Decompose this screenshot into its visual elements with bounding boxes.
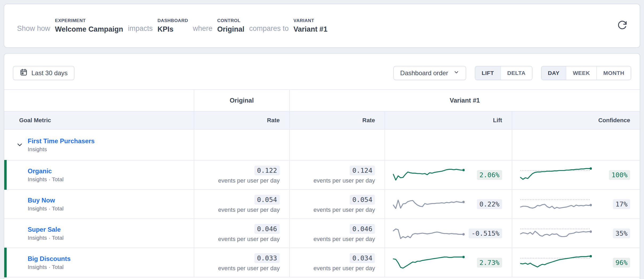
date-range-button[interactable]: Last 30 days bbox=[13, 66, 75, 80]
table-row: Super Sale Insights · Total 0.046 events… bbox=[4, 219, 640, 248]
prompt-text-compares-to: compares to bbox=[249, 24, 289, 33]
metric-subtitle: Insights · Total bbox=[28, 176, 194, 183]
confidence-value: 35% bbox=[613, 229, 630, 238]
toggle-option-lift[interactable]: LIFT bbox=[475, 66, 500, 80]
lift-sparkline bbox=[392, 195, 465, 213]
dashboard-order-dropdown[interactable]: Dashboard order bbox=[393, 66, 466, 80]
rate-unit: events per user per day bbox=[218, 236, 280, 243]
confidence-value: 100% bbox=[609, 170, 630, 180]
refresh-icon bbox=[617, 27, 627, 31]
confidence-sparkline bbox=[519, 254, 592, 271]
refresh-button[interactable] bbox=[616, 20, 628, 31]
variant-column-header: Variant #1 bbox=[289, 90, 640, 111]
kpi-dashboard-card: Last 30 days Dashboard order LIFT DELTA … bbox=[4, 53, 640, 279]
toggle-option-day[interactable]: DAY bbox=[542, 66, 566, 80]
rate-value-variant: 0.034 bbox=[350, 253, 375, 263]
rate-value-control: 0.054 bbox=[254, 195, 280, 205]
control-column-header: Original bbox=[194, 90, 289, 111]
col-header-goal-metric: Goal Metric bbox=[4, 112, 194, 129]
table-variant-header-row: Original Variant #1 bbox=[4, 90, 640, 112]
rate-unit: events per user per day bbox=[313, 265, 375, 272]
table-row-group: First Time Purchasers Insights bbox=[4, 130, 640, 160]
lift-value: -0.515% bbox=[469, 229, 502, 238]
control-value[interactable]: Original bbox=[217, 25, 244, 33]
col-header-lift: Lift bbox=[385, 112, 512, 129]
dashboard-selector[interactable]: DASHBOARD KPIs bbox=[158, 18, 188, 33]
rate-value-control: 0.033 bbox=[254, 253, 280, 263]
lift-sparkline bbox=[392, 254, 465, 271]
chevron-down-icon bbox=[16, 145, 23, 149]
confidence-sparkline bbox=[519, 166, 592, 184]
chevron-down-icon bbox=[453, 69, 459, 77]
experiment-prompt-bar: Show how EXPERIMENT Welcome Campaign imp… bbox=[4, 4, 640, 48]
toolbar: Last 30 days Dashboard order LIFT DELTA … bbox=[4, 54, 640, 89]
rate-value-control: 0.122 bbox=[254, 166, 280, 175]
metric-link[interactable]: Big Discounts bbox=[28, 255, 194, 263]
lift-value: 2.06% bbox=[477, 170, 502, 180]
lift-delta-toggle: LIFT DELTA bbox=[475, 66, 532, 80]
col-header-rate-control: Rate bbox=[194, 112, 289, 129]
rate-value-variant: 0.054 bbox=[350, 195, 375, 205]
experiment-value[interactable]: Welcome Campaign bbox=[55, 25, 123, 33]
calendar-icon bbox=[20, 68, 28, 78]
variant-selector[interactable]: VARIANT Variant #1 bbox=[294, 18, 328, 33]
granularity-toggle: DAY WEEK MONTH bbox=[541, 66, 631, 80]
table-row: Big Discounts Insights · Total 0.033 eve… bbox=[4, 248, 640, 277]
group-metric-subtitle: Insights bbox=[28, 146, 194, 153]
confidence-sparkline bbox=[519, 225, 592, 242]
variant-label: VARIANT bbox=[294, 18, 328, 23]
collapse-group-button[interactable] bbox=[16, 141, 23, 149]
metric-link[interactable]: Buy Now bbox=[28, 197, 194, 204]
variant-value[interactable]: Variant #1 bbox=[294, 25, 328, 33]
toggle-option-week[interactable]: WEEK bbox=[566, 66, 596, 80]
rate-unit: events per user per day bbox=[313, 177, 375, 184]
group-metric-link[interactable]: First Time Purchasers bbox=[28, 137, 194, 145]
confidence-value: 96% bbox=[613, 258, 630, 268]
date-range-label: Last 30 days bbox=[31, 69, 68, 77]
toggle-option-delta[interactable]: DELTA bbox=[500, 66, 532, 80]
experiment-selector[interactable]: EXPERIMENT Welcome Campaign bbox=[55, 18, 123, 33]
control-selector[interactable]: CONTROL Original bbox=[217, 18, 244, 33]
table-row: Organic Insights · Total 0.122 events pe… bbox=[4, 160, 640, 190]
metric-subtitle: Insights · Total bbox=[28, 264, 194, 270]
confidence-sparkline bbox=[519, 195, 592, 213]
toggle-option-month[interactable]: MONTH bbox=[596, 66, 631, 80]
lift-sparkline bbox=[392, 225, 465, 242]
rate-unit: events per user per day bbox=[313, 236, 375, 243]
rate-unit: events per user per day bbox=[218, 177, 280, 184]
metric-subtitle: Insights · Total bbox=[28, 235, 194, 241]
confidence-value: 17% bbox=[613, 199, 630, 209]
experiment-label: EXPERIMENT bbox=[55, 18, 123, 23]
prompt-text-where: where bbox=[193, 24, 213, 33]
rate-unit: events per user per day bbox=[313, 206, 375, 213]
dashboard-label: DASHBOARD bbox=[158, 18, 188, 23]
col-header-confidence: Confidence bbox=[512, 112, 640, 129]
prompt-text-impacts: impacts bbox=[128, 24, 153, 33]
metric-link[interactable]: Organic bbox=[28, 167, 194, 175]
dashboard-order-label: Dashboard order bbox=[400, 69, 448, 77]
dashboard-value[interactable]: KPIs bbox=[158, 25, 188, 33]
rate-value-control: 0.046 bbox=[254, 224, 280, 234]
lift-value: 2.73% bbox=[477, 258, 502, 268]
table-row: Buy Now Insights · Total 0.054 events pe… bbox=[4, 190, 640, 219]
metrics-table: Original Variant #1 Goal Metric Rate Rat… bbox=[4, 89, 640, 277]
rate-unit: events per user per day bbox=[218, 206, 280, 213]
table-column-header-row: Goal Metric Rate Rate Lift Confidence bbox=[4, 112, 640, 130]
rate-value-variant: 0.046 bbox=[350, 224, 375, 234]
lift-sparkline bbox=[392, 166, 465, 184]
col-header-rate-variant: Rate bbox=[289, 112, 385, 129]
metric-subtitle: Insights · Total bbox=[28, 205, 194, 212]
lift-value: 0.22% bbox=[477, 199, 502, 209]
rate-unit: events per user per day bbox=[218, 265, 280, 272]
metric-link[interactable]: Super Sale bbox=[28, 226, 194, 233]
prompt-text-show-how: Show how bbox=[17, 24, 50, 33]
rate-value-variant: 0.124 bbox=[350, 166, 375, 175]
control-label: CONTROL bbox=[217, 18, 244, 23]
